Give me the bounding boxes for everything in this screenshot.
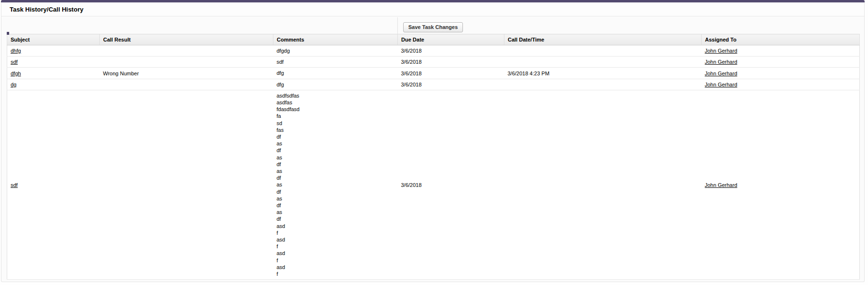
table-row: sdfsdf3/6/2018John Gerhard (7, 57, 860, 68)
column-guide-line (397, 17, 398, 34)
assigned-to-link[interactable]: John Gerhard (705, 48, 737, 54)
assigned-to-link[interactable]: John Gerhard (705, 59, 737, 65)
button-row: Save Task Changes (7, 16, 859, 34)
cell-comments: dfg (273, 79, 398, 90)
cell-call_datetime (504, 90, 702, 279)
column-header-call_datetime: Call Date/Time (504, 34, 702, 45)
cell-call_datetime (504, 45, 702, 57)
assigned-to-link[interactable]: John Gerhard (705, 82, 737, 87)
cell-due_date: 3/6/2018 (398, 90, 504, 279)
column-header-due_date: Due Date (398, 34, 504, 45)
column-header-comments: Comments (273, 34, 398, 45)
table-row: dfghWrong Numberdfg3/6/20183/6/2018 4:23… (7, 68, 860, 79)
cell-call_result (100, 57, 273, 68)
cell-call_result: Wrong Number (100, 68, 273, 79)
cell-subject: sdf (7, 57, 100, 68)
cell-call_result (100, 45, 273, 57)
save-task-changes-button[interactable]: Save Task Changes (403, 22, 463, 32)
cell-subject: dhfg (7, 45, 100, 57)
column-header-call_result: Call Result (100, 34, 273, 45)
panel-title: Task History/Call History (10, 6, 83, 13)
cell-call_datetime (504, 57, 702, 68)
assigned-to-link[interactable]: John Gerhard (705, 71, 737, 76)
cell-comments: dfgdg (273, 45, 398, 57)
assigned-to-link[interactable]: John Gerhard (705, 182, 737, 188)
column-header-assigned_to: Assigned To (702, 34, 860, 45)
cell-assigned_to: John Gerhard (702, 90, 860, 279)
cell-call_result (100, 79, 273, 90)
cell-due_date: 3/6/2018 (398, 68, 504, 79)
cell-assigned_to: John Gerhard (702, 79, 860, 90)
column-header-subject: Subject (7, 34, 100, 45)
subject-link[interactable]: sdf (11, 182, 18, 188)
cell-comments: asdfsdfas asdfas fdasdfasd fa sd fas df … (273, 90, 398, 279)
table-row: sdfasdfsdfas asdfas fdasdfasd fa sd fas … (7, 90, 860, 279)
subject-link[interactable]: dg (11, 82, 16, 87)
subject-link[interactable]: dfgh (11, 71, 21, 76)
cell-assigned_to: John Gerhard (702, 45, 860, 57)
subject-link[interactable]: sdf (11, 59, 18, 65)
cell-subject: dg (7, 79, 100, 90)
cell-due_date: 3/6/2018 (398, 79, 504, 90)
cell-subject: sdf (7, 90, 100, 279)
task-table-body: dhfgdfgdg3/6/2018John Gerhardsdfsdf3/6/2… (7, 45, 860, 280)
task-history-table: SubjectCall ResultCommentsDue DateCall D… (7, 34, 860, 280)
cell-call_datetime: 3/6/2018 4:23 PM (504, 68, 702, 79)
panel-body: Save Task Changes SubjectCall ResultComm… (1, 16, 864, 280)
table-row: dhfgdfgdg3/6/2018John Gerhard (7, 45, 860, 57)
cell-assigned_to: John Gerhard (702, 68, 860, 79)
task-history-panel: Task History/Call History Save Task Chan… (1, 2, 865, 282)
page: Task History/Call History Save Task Chan… (0, 0, 868, 285)
panel-header: Task History/Call History (1, 2, 864, 16)
table-header-row: SubjectCall ResultCommentsDue DateCall D… (7, 34, 860, 45)
subject-link[interactable]: dhfg (11, 48, 21, 54)
cell-comments: sdf (273, 57, 398, 68)
table-corner-marker (7, 32, 9, 35)
cell-due_date: 3/6/2018 (398, 57, 504, 68)
table-row: dgdfg3/6/2018John Gerhard (7, 79, 860, 90)
cell-comments: dfg (273, 68, 398, 79)
cell-call_datetime (504, 79, 702, 90)
cell-subject: dfgh (7, 68, 100, 79)
cell-due_date: 3/6/2018 (398, 45, 504, 57)
cell-call_result (100, 90, 273, 279)
cell-assigned_to: John Gerhard (702, 57, 860, 68)
